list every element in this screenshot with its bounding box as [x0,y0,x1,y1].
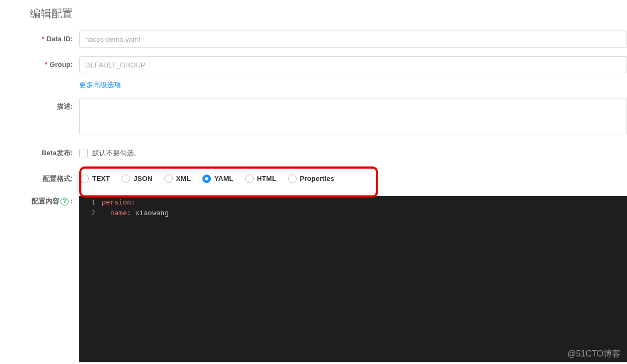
label-group: *Group: [0,56,79,73]
label-beta: Beta发布: [0,145,79,162]
label-format: 配置格式: [0,170,79,187]
format-radio-yaml[interactable]: YAML [202,170,233,187]
checkbox-icon [79,149,88,157]
label-description: 描述: [0,98,79,115]
format-radio-group: TEXTJSONXMLYAMLHTMLProperties [79,170,627,187]
watermark: @51CTO博客 [567,348,621,360]
radio-icon [245,175,254,183]
format-radio-xml[interactable]: XML [164,170,191,187]
beta-checkbox[interactable]: 默认不要勾选。 [79,145,627,162]
format-radio-properties[interactable]: Properties [288,170,334,187]
radio-label: HTML [257,170,276,187]
description-textarea[interactable] [79,98,627,134]
format-radio-text[interactable]: TEXT [80,170,110,187]
editor-gutter: 12 [79,197,102,362]
code-editor[interactable]: 12 persion: name: xiaowang [79,196,627,362]
format-radio-json[interactable]: JSON [122,170,152,187]
radio-icon [164,175,173,183]
radio-label: JSON [133,170,152,187]
radio-label: XML [176,170,191,187]
format-radio-html[interactable]: HTML [245,170,276,187]
radio-label: Properties [300,170,334,187]
label-content: 配置内容? : [0,196,79,207]
radio-icon [288,175,297,183]
radio-label: TEXT [92,170,110,187]
radio-icon [80,175,89,183]
group-input[interactable] [79,56,627,73]
more-advanced-options-link[interactable]: 更多高级选项 [79,77,121,93]
radio-icon [122,175,130,183]
beta-checkbox-label: 默认不要勾选。 [92,145,141,162]
data-id-input[interactable] [79,31,627,48]
radio-icon [202,175,211,183]
radio-label: YAML [214,170,233,187]
page-title: 编辑配置 [0,0,627,31]
editor-code[interactable]: persion: name: xiaowang [102,197,627,362]
label-data-id: *Data ID: [0,31,79,48]
help-icon[interactable]: ? [61,198,69,206]
